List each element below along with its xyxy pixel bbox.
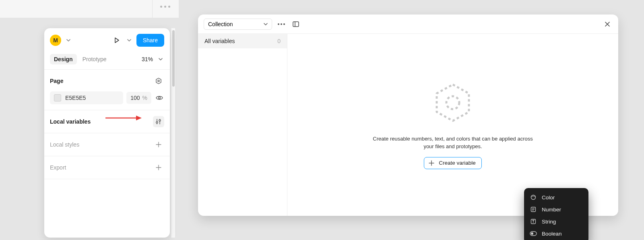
svg-point-1 (159, 97, 161, 99)
local-styles-title: Local styles (50, 141, 79, 148)
tab-design[interactable]: Design (50, 54, 77, 64)
type-menu-label: Color (542, 194, 555, 201)
svg-point-9 (532, 196, 533, 197)
collection-menu-icon[interactable] (276, 19, 287, 29)
inspector-tabs: Design Prototype 31% (44, 51, 170, 70)
add-style-icon[interactable] (153, 139, 164, 150)
visibility-icon[interactable] (155, 93, 164, 103)
play-icon[interactable] (111, 35, 122, 46)
app-top-bar (0, 0, 179, 18)
inspector-panel: M Share Design Prototype 31% (44, 28, 170, 238)
plus-icon (428, 160, 435, 166)
close-icon[interactable] (602, 19, 613, 29)
svg-rect-5 (293, 22, 299, 27)
section-page-title: Page (50, 78, 63, 84)
chevron-down-icon (264, 22, 268, 26)
zoom-value[interactable]: 31% (142, 56, 155, 62)
avatar[interactable]: M (50, 35, 61, 46)
section-export: Export (44, 156, 170, 179)
scrollbar-thumb[interactable] (172, 30, 175, 87)
collection-label: Collection (208, 21, 233, 27)
sidebar-item-label: All variables (204, 38, 235, 44)
zoom-chevron-icon[interactable] (157, 56, 164, 63)
number-type-icon (530, 206, 537, 213)
section-local-variables: Local variables (44, 110, 170, 133)
type-menu-label: Number (542, 207, 561, 213)
canvas-background (0, 18, 44, 240)
scrollbar-track[interactable] (171, 28, 175, 238)
type-menu-label: String (542, 219, 556, 225)
local-variables-title: Local variables (50, 118, 91, 125)
settings-sliders-icon[interactable] (153, 116, 164, 127)
avatar-menu-chevron-icon[interactable] (64, 36, 72, 44)
svg-point-10 (533, 196, 534, 197)
string-type-icon (530, 218, 537, 225)
fill-swatch (54, 94, 61, 101)
page-fill-chip[interactable]: E5E5E5 (50, 91, 123, 104)
color-type-icon (530, 194, 537, 201)
svg-point-2 (156, 122, 158, 123)
fill-hex: E5E5E5 (65, 95, 86, 101)
overflow-menu-icon[interactable] (160, 6, 170, 8)
opacity-value: 100 (130, 95, 140, 101)
section-page: Page E5E5E5 100 % (44, 70, 170, 110)
top-divider (152, 0, 153, 18)
inspector-header: M Share (44, 28, 170, 51)
svg-point-0 (158, 80, 159, 82)
sidebar-item-all-variables[interactable]: All variables 0 (198, 34, 287, 48)
type-menu-boolean[interactable]: Boolean (524, 228, 588, 240)
opacity-unit: % (142, 95, 147, 101)
type-menu-label: Boolean (542, 231, 562, 237)
play-menu-chevron-icon[interactable] (125, 36, 133, 44)
variables-empty-state: Create reusable numbers, text, and color… (287, 34, 618, 216)
variables-window: Collection All variables 0 (198, 14, 618, 216)
collection-dropdown[interactable]: Collection (204, 19, 272, 30)
tab-prototype[interactable]: Prototype (78, 54, 111, 64)
share-button[interactable]: Share (136, 34, 164, 47)
type-menu-color[interactable]: Color (524, 191, 588, 203)
type-menu-string[interactable]: String (524, 215, 588, 228)
create-variable-button[interactable]: Create variable (424, 157, 482, 169)
type-menu-number[interactable]: Number (524, 203, 588, 215)
sidebar-toggle-icon[interactable] (291, 19, 301, 29)
variable-type-menu: Color Number String (524, 188, 588, 240)
create-variable-label: Create variable (439, 160, 476, 166)
variables-sidebar: All variables 0 (198, 34, 287, 216)
svg-point-3 (159, 120, 161, 121)
variables-header: Collection (198, 14, 618, 34)
empty-collection-icon (431, 81, 475, 126)
section-local-styles: Local styles (44, 133, 170, 156)
svg-point-11 (534, 196, 535, 197)
boolean-type-icon (530, 230, 537, 237)
svg-point-15 (531, 232, 533, 235)
empty-state-text: Create reusable numbers, text, and color… (372, 135, 533, 151)
add-export-icon[interactable] (153, 162, 164, 173)
export-title: Export (50, 164, 66, 171)
page-opacity-chip[interactable]: 100 % (126, 92, 151, 104)
frame-settings-icon[interactable] (153, 75, 164, 87)
sidebar-item-count: 0 (277, 38, 281, 44)
svg-point-7 (446, 96, 459, 109)
